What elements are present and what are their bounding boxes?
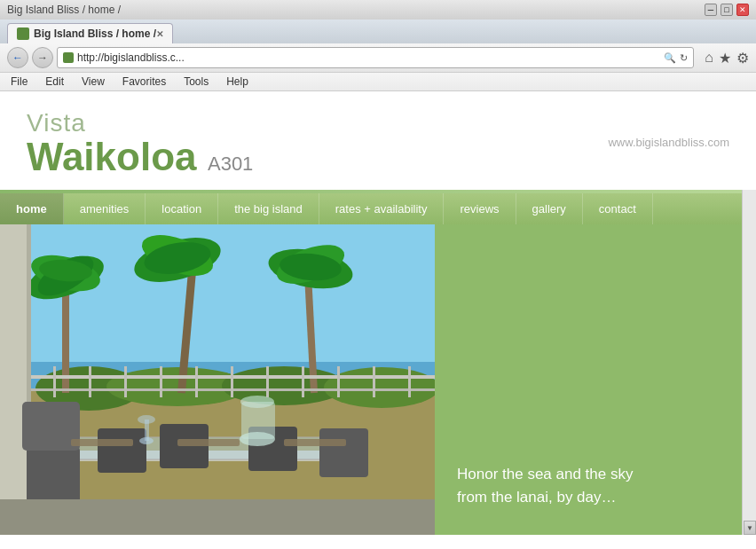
address-bar[interactable]: http://bigislandbliss.c... 🔍 ↻	[57, 47, 694, 68]
close-button[interactable]: ✕	[736, 4, 749, 16]
site-title-code: A301	[208, 153, 253, 175]
site-url: www.bigislandbliss.com	[608, 136, 729, 149]
svg-rect-47	[266, 366, 269, 397]
nav-item-reviews[interactable]: reviews	[444, 193, 516, 224]
favorites-icon[interactable]: ★	[719, 50, 731, 67]
menu-view[interactable]: View	[78, 75, 108, 89]
svg-rect-44	[160, 366, 162, 397]
site-main: Honor the sea and the sky from the lanai…	[0, 224, 756, 535]
svg-rect-31	[177, 439, 240, 446]
svg-rect-50	[373, 366, 375, 397]
svg-rect-21	[0, 224, 27, 535]
menu-tools[interactable]: Tools	[180, 75, 212, 89]
main-text-panel: Honor the sea and the sky from the lanai…	[435, 224, 756, 535]
svg-rect-26	[98, 428, 146, 473]
site-nav: home amenities location the big island r…	[0, 193, 756, 224]
svg-rect-43	[124, 366, 127, 397]
menu-favorites[interactable]: Favorites	[119, 75, 169, 89]
website-content: ▲ ▼ Vista Waikoloa A301 www.bigislandbli…	[0, 91, 756, 535]
svg-rect-29	[319, 428, 368, 477]
minimize-button[interactable]: ─	[705, 4, 717, 16]
site-title-row: Waikoloa A301	[27, 137, 579, 176]
menu-help[interactable]: Help	[223, 75, 252, 89]
nav-item-gallery[interactable]: gallery	[516, 193, 583, 224]
menu-bar: File Edit View Favorites Tools Help	[0, 73, 756, 91]
site-title-waikoloa: Waikoloa	[27, 135, 197, 178]
svg-rect-46	[231, 366, 233, 397]
tab-favicon-icon	[17, 27, 29, 40]
site-header: Vista Waikoloa A301 www.bigislandbliss.c…	[0, 91, 756, 190]
quote-line2: from the lanai, by day…	[457, 489, 617, 506]
tab-close-button[interactable]: ✕	[156, 29, 163, 39]
menu-file[interactable]: File	[7, 75, 31, 89]
svg-rect-30	[71, 439, 133, 446]
nav-item-amenities[interactable]: amenities	[64, 193, 146, 224]
address-search-icon: 🔍	[664, 52, 676, 64]
tab-label: Big Island Bliss / home /	[34, 27, 156, 40]
site-title-vista: Vista	[27, 109, 579, 137]
address-bar-icons: 🔍 ↻	[664, 52, 688, 64]
home-icon[interactable]: ⌂	[705, 50, 713, 67]
settings-icon[interactable]: ⚙	[736, 50, 749, 67]
nav-bar: ← → http://bigislandbliss.c... 🔍 ↻ ⌂ ★ ⚙	[0, 43, 756, 73]
title-bar-controls: ─ □ ✕	[705, 4, 749, 16]
svg-point-38	[138, 415, 155, 424]
scrollbar-down-button[interactable]: ▼	[744, 521, 756, 535]
toolbar-icons: ⌂ ★ ⚙	[705, 50, 749, 67]
nav-item-home[interactable]: home	[0, 193, 64, 224]
main-quote: Honor the sea and the sky from the lanai…	[457, 463, 734, 508]
back-button[interactable]: ←	[7, 47, 28, 68]
maximize-button[interactable]: □	[721, 4, 733, 16]
address-text: http://bigislandbliss.c...	[77, 51, 664, 64]
title-bar-label: Big Island Bliss / home /	[7, 4, 121, 16]
menu-edit[interactable]: Edit	[42, 75, 67, 89]
nav-item-contact[interactable]: contact	[583, 193, 653, 224]
svg-point-6	[324, 367, 435, 408]
svg-rect-45	[195, 366, 198, 397]
svg-rect-24	[27, 446, 80, 508]
active-tab[interactable]: Big Island Bliss / home / ✕	[7, 23, 173, 43]
svg-rect-41	[53, 366, 56, 397]
address-favicon-icon	[63, 52, 74, 63]
tab-bar: Big Island Bliss / home / ✕	[0, 20, 756, 43]
svg-rect-51	[408, 366, 411, 397]
main-hero-image	[0, 224, 435, 535]
title-bar: Big Island Bliss / home / ─ □ ✕	[0, 0, 756, 20]
nav-item-big-island[interactable]: the big island	[218, 193, 319, 224]
svg-rect-32	[284, 439, 346, 446]
svg-rect-42	[89, 366, 91, 397]
svg-rect-52	[0, 499, 435, 535]
address-refresh-icon[interactable]: ↻	[680, 52, 688, 64]
forward-button[interactable]: →	[32, 47, 53, 68]
browser-window: Big Island Bliss / home / ─ □ ✕ Big Isla…	[0, 0, 756, 535]
svg-rect-48	[302, 366, 304, 397]
svg-rect-49	[337, 366, 340, 397]
nav-item-rates[interactable]: rates + availability	[319, 193, 445, 224]
nav-item-location[interactable]: location	[146, 193, 218, 224]
quote-line1: Honor the sea and the sky	[457, 466, 633, 482]
svg-point-35	[240, 396, 274, 408]
